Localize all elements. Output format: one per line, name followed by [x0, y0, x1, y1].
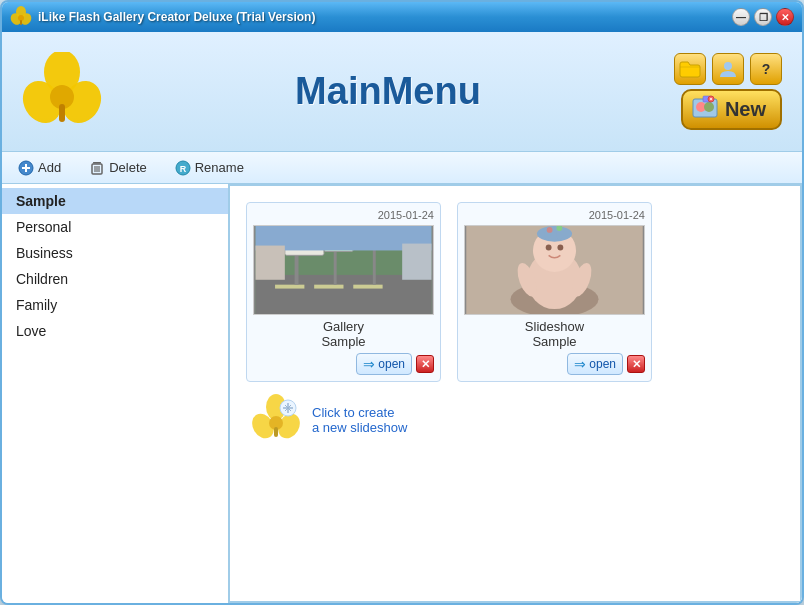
new-slideshow-item[interactable]: Click to create a new slideshow [246, 390, 784, 450]
delete-card-button-1[interactable]: ✕ [627, 355, 645, 373]
svg-point-53 [557, 245, 563, 251]
title-bar: iLike Flash Gallery Creator Deluxe (Tria… [2, 2, 802, 32]
header-area: MainMenu ? [2, 32, 802, 152]
close-button[interactable]: ✕ [776, 8, 794, 26]
new-slideshow-text: Click to create a new slideshow [312, 405, 407, 435]
card-date-1: 2015-01-24 [464, 209, 645, 221]
svg-point-52 [546, 245, 552, 251]
user-icon-button[interactable] [712, 53, 744, 85]
add-icon [18, 160, 34, 176]
card-title-0: Gallery Sample [253, 319, 434, 349]
delete-icon [89, 160, 105, 176]
svg-text:R: R [179, 164, 186, 174]
card-date-0: 2015-01-24 [253, 209, 434, 221]
main-window: iLike Flash Gallery Creator Deluxe (Tria… [0, 0, 804, 605]
rename-icon: R [175, 160, 191, 176]
sidebar-item-children[interactable]: Children [2, 266, 228, 292]
gallery-card-1: 2015-01-24 [457, 202, 652, 382]
gallery-grid: 2015-01-24 [246, 202, 784, 382]
window-controls: — ❐ ✕ [732, 8, 794, 26]
new-button-icon [691, 95, 719, 124]
svg-point-10 [724, 62, 732, 70]
open-button-1[interactable]: ⇒ open [567, 353, 623, 375]
delete-button[interactable]: Delete [83, 158, 153, 178]
gallery-area: 2015-01-24 [230, 184, 802, 603]
svg-point-50 [547, 227, 553, 233]
sidebar: Sample Personal Business Children Family… [2, 184, 230, 603]
app-logo [10, 6, 32, 28]
sidebar-item-personal[interactable]: Personal [2, 214, 228, 240]
sidebar-item-sample[interactable]: Sample [2, 188, 228, 214]
open-label-1: open [589, 357, 616, 371]
card-actions-1: ⇒ open ✕ [464, 353, 645, 375]
header-right-icons: ? New [674, 53, 782, 130]
svg-rect-32 [353, 285, 382, 289]
svg-rect-4 [20, 20, 22, 25]
open-icon-1: ⇒ [574, 356, 586, 372]
svg-rect-41 [402, 244, 431, 280]
main-content: Sample Personal Business Children Family… [2, 184, 802, 603]
gallery-card-0: 2015-01-24 [246, 202, 441, 382]
open-label-0: open [378, 357, 405, 371]
minimize-button[interactable]: — [732, 8, 750, 26]
svg-rect-60 [274, 427, 278, 437]
open-icon-0: ⇒ [363, 356, 375, 372]
rename-button[interactable]: R Rename [169, 158, 250, 178]
new-button[interactable]: New [681, 89, 782, 130]
sidebar-item-love[interactable]: Love [2, 318, 228, 344]
card-title-1: Slideshow Sample [464, 319, 645, 349]
folder-icon-button[interactable] [674, 53, 706, 85]
rename-label: Rename [195, 160, 244, 175]
top-icons: ? [674, 53, 782, 85]
maximize-button[interactable]: ❐ [754, 8, 772, 26]
svg-rect-9 [59, 104, 65, 122]
delete-label: Delete [109, 160, 147, 175]
add-button[interactable]: Add [12, 158, 67, 178]
svg-point-13 [704, 102, 714, 112]
sidebar-item-family[interactable]: Family [2, 292, 228, 318]
card-thumb-1 [464, 225, 645, 315]
delete-card-button-0[interactable]: ✕ [416, 355, 434, 373]
card-thumb-0 [253, 225, 434, 315]
window-title: iLike Flash Gallery Creator Deluxe (Tria… [38, 10, 732, 24]
svg-rect-40 [256, 246, 285, 280]
add-label: Add [38, 160, 61, 175]
svg-point-47 [537, 226, 572, 242]
svg-rect-31 [314, 285, 343, 289]
open-button-0[interactable]: ⇒ open [356, 353, 412, 375]
header-logo [22, 52, 102, 132]
new-slideshow-icon [250, 394, 302, 446]
svg-rect-30 [275, 285, 304, 289]
sidebar-item-business[interactable]: Business [2, 240, 228, 266]
toolbar: Add Delete R Rename [2, 152, 802, 184]
new-button-label: New [725, 98, 766, 121]
svg-rect-29 [256, 275, 432, 314]
help-icon-button[interactable]: ? [750, 53, 782, 85]
main-menu-title: MainMenu [102, 70, 674, 113]
card-actions-0: ⇒ open ✕ [253, 353, 434, 375]
